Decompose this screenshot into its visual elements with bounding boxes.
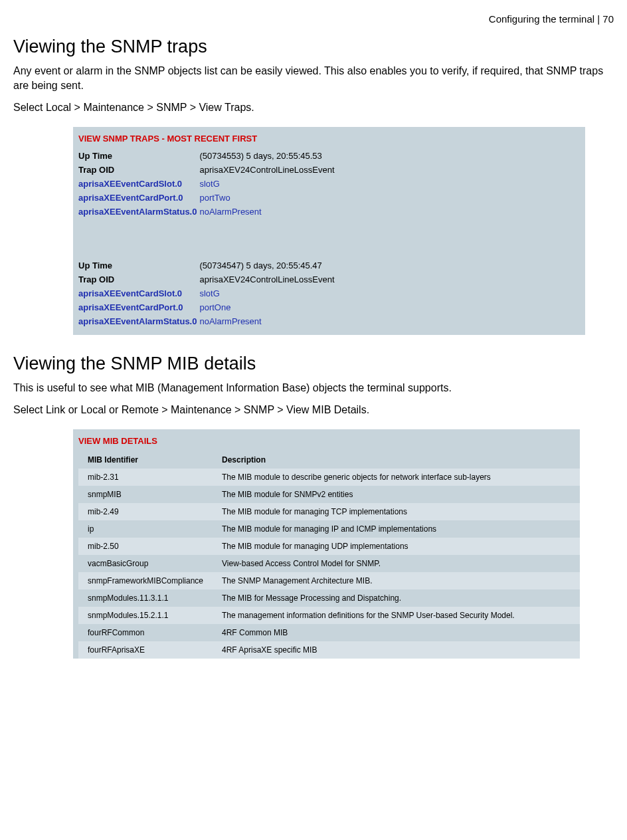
mib-details-panel: VIEW MIB DETAILS MIB Identifier Descript… — [73, 429, 580, 659]
paragraph-nav-path: Select Local > Maintenance > SNMP > View… — [13, 100, 614, 115]
mib-desc: The management information definitions f… — [218, 607, 580, 624]
mib-id: fourRFAprisaXE — [78, 641, 218, 659]
mib-id: ip — [78, 520, 218, 538]
alarmstatus-label: aprisaXEEventAlarmStatus.0 — [78, 314, 199, 328]
section-heading-mib-details: Viewing the SNMP MIB details — [13, 354, 614, 374]
mib-id: snmpFrameworkMIBCompliance — [78, 572, 218, 589]
paragraph: This is useful to see what MIB (Manageme… — [13, 381, 614, 395]
mib-id: mib-2.50 — [78, 538, 218, 555]
cardport-value: portTwo — [199, 191, 337, 205]
trap-oid-label: Trap OID — [78, 272, 199, 286]
col-header-desc: Description — [218, 451, 580, 469]
uptime-label: Up Time — [78, 149, 199, 163]
table-row: fourRFCommon4RF Common MIB — [78, 624, 580, 641]
trap-entry-2: Up Time(50734547) 5 days, 20:55:45.47 Tr… — [78, 259, 337, 328]
cardslot-value: slotG — [199, 177, 337, 191]
mib-table-header: MIB Identifier Description — [78, 451, 580, 469]
mib-id: mib-2.31 — [78, 469, 218, 486]
trap-oid-value: aprisaXEV24ControlLineLossEvent — [199, 163, 337, 177]
mib-id: mib-2.49 — [78, 503, 218, 520]
table-row: ipThe MIB module for managing IP and ICM… — [78, 520, 580, 538]
table-row: vacmBasicGroupView-based Access Control … — [78, 555, 580, 572]
table-row: snmpMIBThe MIB module for SNMPv2 entitie… — [78, 486, 580, 503]
table-row: mib-2.31The MIB module to describe gener… — [78, 469, 580, 486]
mib-desc: The MIB module to describe generic objec… — [218, 469, 580, 486]
mib-id: fourRFCommon — [78, 624, 218, 641]
table-row: mib-2.50The MIB module for managing UDP … — [78, 538, 580, 555]
paragraph: Any event or alarm in the SNMP objects l… — [13, 64, 614, 92]
cardslot-value: slotG — [199, 286, 337, 300]
uptime-label: Up Time — [78, 259, 199, 272]
cardport-label: aprisaXEEventCardPort.0 — [78, 191, 199, 205]
table-row: snmpFrameworkMIBComplianceThe SNMP Manag… — [78, 572, 580, 589]
panel-title: VIEW MIB DETAILS — [78, 436, 580, 446]
snmp-traps-panel: VIEW SNMP TRAPS - MOST RECENT FIRST Up T… — [73, 127, 585, 335]
trap-oid-value: aprisaXEV24ControlLineLossEvent — [199, 272, 337, 286]
cardslot-label: aprisaXEEventCardSlot.0 — [78, 286, 199, 300]
mib-desc: The MIB module for SNMPv2 entities — [218, 486, 580, 503]
mib-desc: View-based Access Control Model for SNMP… — [218, 555, 580, 572]
uptime-value: (50734547) 5 days, 20:55:45.47 — [199, 259, 337, 272]
section-heading-snmp-traps: Viewing the SNMP traps — [13, 37, 614, 57]
cardport-value: portOne — [199, 300, 337, 314]
table-row: snmpModules.11.3.1.1The MIB for Message … — [78, 589, 580, 607]
table-row: fourRFAprisaXE4RF AprisaXE specific MIB — [78, 641, 580, 659]
mib-id: vacmBasicGroup — [78, 555, 218, 572]
mib-desc: 4RF AprisaXE specific MIB — [218, 641, 580, 659]
mib-desc: The MIB module for managing IP and ICMP … — [218, 520, 580, 538]
alarmstatus-value: noAlarmPresent — [199, 314, 337, 328]
mib-id: snmpModules.11.3.1.1 — [78, 589, 218, 607]
table-row: snmpModules.15.2.1.1The management infor… — [78, 607, 580, 624]
mib-desc: The MIB module for managing TCP implemen… — [218, 503, 580, 520]
mib-desc: The SNMP Management Architecture MIB. — [218, 572, 580, 589]
table-row: mib-2.49The MIB module for managing TCP … — [78, 503, 580, 520]
mib-id: snmpMIB — [78, 486, 218, 503]
col-header-id: MIB Identifier — [78, 451, 218, 469]
mib-id: snmpModules.15.2.1.1 — [78, 607, 218, 624]
paragraph-nav-path: Select Link or Local or Remote > Mainten… — [13, 403, 614, 417]
mib-desc: The MIB for Message Processing and Dispa… — [218, 589, 580, 607]
mib-desc: 4RF Common MIB — [218, 624, 580, 641]
cardport-label: aprisaXEEventCardPort.0 — [78, 300, 199, 314]
trap-oid-label: Trap OID — [78, 163, 199, 177]
spacer — [78, 219, 580, 259]
alarmstatus-label: aprisaXEEventAlarmStatus.0 — [78, 205, 199, 219]
panel-title: VIEW SNMP TRAPS - MOST RECENT FIRST — [78, 134, 580, 144]
uptime-value: (50734553) 5 days, 20:55:45.53 — [199, 149, 337, 163]
alarmstatus-value: noAlarmPresent — [199, 205, 337, 219]
cardslot-label: aprisaXEEventCardSlot.0 — [78, 177, 199, 191]
mib-desc: The MIB module for managing UDP implemen… — [218, 538, 580, 555]
mib-table: MIB Identifier Description mib-2.31The M… — [78, 451, 580, 659]
trap-entry-1: Up Time(50734553) 5 days, 20:55:45.53 Tr… — [78, 149, 337, 219]
page-header-breadcrumb: Configuring the terminal | 70 — [13, 13, 614, 25]
